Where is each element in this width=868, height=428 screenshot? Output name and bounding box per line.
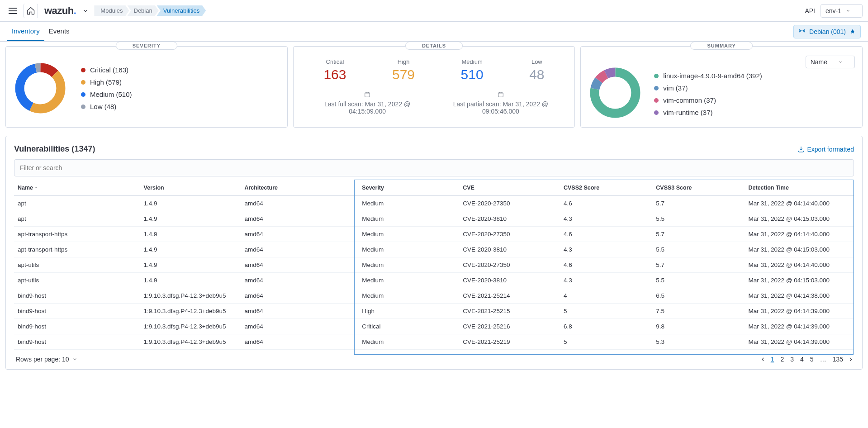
column-header[interactable]: CVSS2 Score [560,180,652,196]
panel-title: DETAILS [405,42,463,50]
column-header[interactable]: Name↑ [14,180,140,196]
legend-item[interactable]: vim-runtime (37) [654,109,762,116]
table-cell: 5.5 [652,211,745,227]
menu-button[interactable] [5,4,20,18]
table-row[interactable]: apt-transport-https1.4.9amd64MediumCVE-2… [14,227,854,242]
legend-item[interactable]: vim (37) [654,84,762,92]
table-cell: Mar 31, 2022 @ 04:15:03.000 [745,273,854,288]
column-header[interactable]: Version [140,180,241,196]
legend-item[interactable]: linux-image-4.9.0-9-amd64 (392) [654,72,762,80]
table-cell: Mar 31, 2022 @ 04:14:40.000 [745,227,854,242]
table-row[interactable]: bind9-host1:9.10.3.dfsg.P4-12.3+deb9u5am… [14,304,854,319]
table-cell: apt [14,211,140,227]
table-cell: Mar 31, 2022 @ 04:15:03.000 [745,211,854,227]
table-cell: 5.3 [652,334,745,350]
export-formatted-link[interactable]: Export formatted [797,146,854,153]
legend-label: Medium (510) [90,90,132,98]
legend-item[interactable]: Critical (163) [81,66,132,74]
tabbar: InventoryEvents Debian (001) [0,22,868,42]
download-icon [797,146,805,153]
page-number[interactable]: 2 [780,356,784,363]
column-header[interactable]: CVSS3 Score [652,180,745,196]
page-number[interactable]: 135 [833,356,843,363]
summary-grouping-select[interactable]: Name [806,56,855,68]
next-page[interactable]: › [849,354,852,364]
legend-swatch [654,74,659,78]
table-cell: Mar 31, 2022 @ 04:14:40.000 [745,196,854,211]
api-link[interactable]: API [805,7,815,14]
page-number[interactable]: 3 [790,356,794,363]
rows-per-page[interactable]: Rows per page: 10 [16,356,77,363]
table-row[interactable]: bind9-host1:9.10.3.dfsg.P4-12.3+deb9u5am… [14,334,854,350]
pagination: ‹12345…135› [762,354,852,364]
table-cell: amd64 [241,334,358,350]
legend-item[interactable]: vim-common (37) [654,96,762,104]
pin-icon[interactable] [849,29,856,35]
legend-label: vim (37) [663,84,688,92]
legend-item[interactable]: Low (48) [81,103,132,110]
logo[interactable]: wazuh. [44,5,76,17]
table-cell: 4.6 [560,257,652,273]
table-row[interactable]: apt-utils1.4.9amd64MediumCVE-2020-38104.… [14,273,854,288]
breadcrumb-item[interactable]: Debian [128,5,159,16]
home-button[interactable] [24,4,38,18]
legend-label: vim-runtime (37) [663,109,712,116]
vulnerabilities-table-section: Vulnerabilities (1347) Export formatted … [5,136,863,370]
table-row[interactable]: apt1.4.9amd64MediumCVE-2020-273504.65.7M… [14,196,854,211]
table-cell: Medium [358,196,459,211]
table-cell: Mar 31, 2022 @ 04:14:39.000 [745,334,854,350]
page-number[interactable]: 1 [771,356,774,363]
table-cell: 1:9.10.3.dfsg.P4-12.3+deb9u5 [140,319,241,334]
severity-donut-chart [13,61,67,115]
table-cell: apt [14,196,140,211]
legend-item[interactable]: High (579) [81,78,132,86]
home-icon [26,6,35,15]
svg-point-0 [802,30,802,31]
column-header[interactable]: Severity [358,180,459,196]
calendar-icon [364,91,370,98]
table-row[interactable]: apt-utils1.4.9amd64MediumCVE-2020-273504… [14,257,854,273]
prev-page[interactable]: ‹ [762,354,764,364]
table-cell: 1.4.9 [140,227,241,242]
legend-swatch [81,80,85,85]
tab-events[interactable]: Events [44,22,74,41]
table-search-input[interactable] [14,159,854,176]
summary-legend: linux-image-4.9.0-9-amd64 (392)vim (37)v… [654,72,762,116]
table-cell: 5 [560,334,652,350]
details-stats: Critical163High579Medium510Low48 [301,58,568,82]
table-cell: CVE-2020-27350 [459,227,560,242]
table-cell: 9.8 [652,319,745,334]
table-cell: CVE-2020-27350 [459,257,560,273]
table-cell: 1:9.10.3.dfsg.P4-12.3+deb9u5 [140,304,241,319]
table-row[interactable]: bind9-host1:9.10.3.dfsg.P4-12.3+deb9u5am… [14,288,854,304]
table-cell: apt-transport-https [14,227,140,242]
column-header[interactable]: CVE [459,180,560,196]
column-header[interactable]: Architecture [241,180,358,196]
breadcrumb-item-active[interactable]: Vulnerabilities [157,5,206,16]
breadcrumbs: Modules Debian Vulnerabilities [94,5,206,16]
legend-item[interactable]: Medium (510) [81,90,132,98]
column-header[interactable]: Detection Time [745,180,854,196]
page-number[interactable]: 5 [810,356,814,363]
svg-rect-5 [365,93,370,97]
table-cell: 1.4.9 [140,257,241,273]
table-row[interactable]: apt1.4.9amd64MediumCVE-2020-38104.35.5Ma… [14,211,854,227]
table-cell: 4.6 [560,227,652,242]
breadcrumb-item[interactable]: Modules [94,5,129,16]
page-number[interactable]: 4 [800,356,804,363]
chevron-down-icon[interactable] [82,8,89,14]
table-row[interactable]: apt-transport-https1.4.9amd64MediumCVE-2… [14,242,854,257]
panel-title: SEVERITY [116,42,177,50]
environment-label: env-1 [825,7,841,14]
environment-select[interactable]: env-1 [821,4,863,18]
table-cell: 4.3 [560,242,652,257]
legend-swatch [81,68,85,72]
table-cell: Medium [358,211,459,227]
legend-label: linux-image-4.9.0-9-amd64 (392) [663,72,762,80]
table-cell: 1:9.10.3.dfsg.P4-12.3+deb9u5 [140,334,241,350]
agent-chip[interactable]: Debian (001) [793,25,861,38]
severity-legend: Critical (163)High (579)Medium (510)Low … [81,66,132,110]
table-row[interactable]: bind9-host1:9.10.3.dfsg.P4-12.3+deb9u5am… [14,319,854,334]
tab-inventory[interactable]: Inventory [7,22,44,41]
last-full-scan: Last full scan: Mar 31, 2022 @ 04:15:09.… [306,90,428,115]
